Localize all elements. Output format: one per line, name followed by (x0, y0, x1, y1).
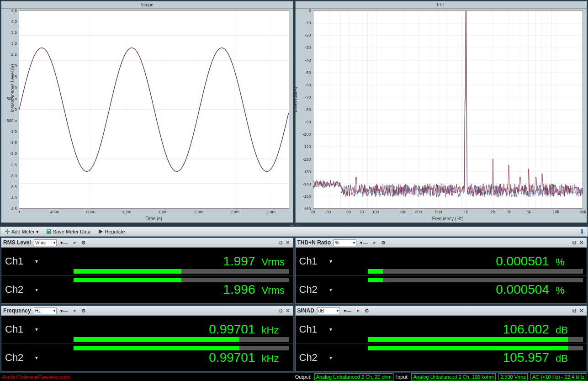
y-tick: 3.0 (11, 41, 17, 46)
channel-label: Ch1 (299, 255, 327, 267)
channel-label: Ch2 (299, 284, 327, 296)
popout-icon[interactable]: ⧉ (278, 307, 284, 314)
y-tick: 0 (15, 107, 17, 112)
channel-label: Ch2 (299, 352, 327, 364)
y-tick: -10 (305, 21, 311, 25)
x-tick: 400u (50, 210, 59, 214)
meter-row: Ch2 ▾ 0.000504 % (296, 276, 587, 304)
gear-icon[interactable]: ⚙ (380, 240, 387, 246)
download-icon[interactable]: ⬇ (577, 228, 587, 235)
close-icon[interactable]: ✕ (285, 239, 291, 246)
close-icon[interactable]: ✕ (285, 307, 291, 314)
scope-panel[interactable]: Scope Sound BlasterX Line Out/USB In Ins… (1, 1, 293, 223)
x-tick: 2k (491, 210, 495, 214)
scope-x-label: Time (s) (19, 216, 289, 221)
unit-select[interactable]: Vrms (34, 239, 57, 246)
ac-status[interactable]: AC (<10 Hz) - 22.4 kHz (530, 373, 586, 381)
fft-plot[interactable] (313, 11, 583, 209)
level-bar (368, 269, 583, 274)
unit-select[interactable]: Hz (34, 307, 57, 314)
fft-x-axis: 203050701002003005001k2k3k5k10k20k Frequ… (313, 210, 583, 222)
chevron-down-icon[interactable]: ▾ (35, 355, 38, 361)
filter-icon[interactable]: ➣ (72, 308, 78, 314)
chevron-down-icon[interactable]: ▾ (35, 326, 38, 333)
gear-icon[interactable]: ⚙ (80, 308, 87, 314)
bar-fill (74, 269, 181, 274)
filter-icon[interactable]: ➣ (72, 240, 78, 246)
level-bar (368, 278, 583, 282)
y-tick: 4.0 (11, 19, 17, 24)
channel-label: Ch1 (5, 323, 32, 335)
svg-rect-58 (5, 231, 10, 232)
x-tick: 2.8m (266, 210, 275, 214)
meter-row: Ch2 ▾ 105.957 dB (296, 344, 587, 372)
y-tick: -4.0 (10, 196, 17, 200)
line-icon[interactable]: ▾— (359, 240, 369, 246)
scope-plot[interactable] (19, 11, 289, 209)
y-tick: -40 (305, 58, 311, 63)
x-tick: 3k (507, 210, 511, 214)
output-status[interactable]: Analog Unbalanced 2 Ch, 20 ohm (314, 373, 393, 381)
regulate-button[interactable]: Regulate (95, 228, 128, 235)
meter-value: 106.002 (503, 322, 549, 337)
watermark: AudioScienceReview.com (2, 374, 70, 381)
y-tick: -70 (305, 95, 311, 100)
popout-icon[interactable]: ⧉ (572, 307, 577, 314)
svg-marker-61 (99, 229, 103, 234)
chevron-down-icon[interactable]: ▾ (35, 258, 38, 265)
y-tick: -60 (305, 83, 311, 87)
x-tick: 50 (346, 210, 351, 214)
close-icon[interactable]: ✕ (578, 307, 585, 314)
unit-select[interactable]: % (334, 239, 356, 246)
fft-x-label: Frequency (Hz) (313, 216, 583, 221)
y-tick: 1.0 (11, 85, 17, 90)
line-icon[interactable]: ▾— (343, 308, 352, 314)
bar-mark (77, 282, 79, 287)
meter-row: Ch1 ▾ 0.000501 % (296, 248, 587, 276)
x-tick: 30 (326, 210, 331, 214)
gear-icon[interactable]: ⚙ (80, 240, 87, 246)
gear-icon[interactable]: ⚙ (364, 308, 370, 314)
meter-header: RMS Level Vrms ▾— ➣ ⚙ ⧉ ✕ (1, 238, 293, 248)
meter-panel-thdn: THD+N Ratio % ▾— ➣ ⚙ ⧉ ✕ Ch1 ▾ 0.000501 … (295, 238, 588, 304)
y-tick: -100 (302, 132, 311, 137)
bar-fill (368, 346, 568, 350)
meter-unit: Vrms (262, 285, 289, 296)
y-tick: -2.5 (10, 163, 17, 167)
vrms-status[interactable]: 2.500 Vrms (498, 373, 528, 381)
x-tick: 1.6m (158, 210, 167, 214)
save-meter-button[interactable]: Save Meter Data (43, 228, 94, 235)
line-icon[interactable]: ▾— (59, 308, 69, 314)
save-icon (46, 229, 52, 234)
y-tick: -130 (302, 169, 311, 174)
input-status[interactable]: Analog Unbalanced 2 Ch, 100 kohm (411, 373, 496, 381)
meter-grid: RMS Level Vrms ▾— ➣ ⚙ ⧉ ✕ Ch1 ▾ 1.997 Vr… (0, 237, 588, 373)
fft-panel[interactable]: FFT Level (dBrA) 0-10-20-30-40-50-60-70-… (295, 1, 588, 223)
meter-body: Ch1 ▾ 0.000501 % Ch2 ▾ 0.000504 % (296, 248, 587, 303)
close-icon[interactable]: ✕ (578, 239, 585, 246)
bar-fill (74, 346, 239, 350)
y-tick: -110 (302, 144, 311, 149)
chevron-down-icon[interactable]: ▾ (329, 286, 332, 293)
y-tick: -4.5 (10, 206, 17, 211)
filter-icon[interactable]: ➣ (371, 240, 377, 246)
add-meter-button[interactable]: Add Meter ▾ (1, 228, 42, 236)
unit-select[interactable]: dB (317, 307, 340, 314)
horizontal-splitter[interactable]: ⋯⋯ (0, 224, 588, 227)
meter-title: THD+N Ratio (297, 239, 331, 246)
line-icon[interactable]: ▾— (59, 240, 69, 246)
meter-value: 1.997 (223, 254, 255, 269)
popout-icon[interactable]: ⧉ (572, 239, 577, 246)
chevron-down-icon[interactable]: ▾ (329, 355, 332, 361)
x-tick: 10k (552, 210, 559, 214)
fft-title: FFT (296, 1, 587, 9)
popout-icon[interactable]: ⧉ (278, 239, 284, 246)
meter-unit: % (556, 256, 583, 268)
svg-rect-60 (48, 230, 50, 231)
chevron-down-icon[interactable]: ▾ (329, 326, 332, 333)
filter-icon[interactable]: ➣ (355, 308, 361, 314)
chevron-down-icon[interactable]: ▾ (329, 258, 332, 265)
x-tick: 500 (435, 210, 442, 214)
chevron-down-icon[interactable]: ▾ (35, 286, 38, 293)
x-tick: 800u (86, 210, 95, 214)
